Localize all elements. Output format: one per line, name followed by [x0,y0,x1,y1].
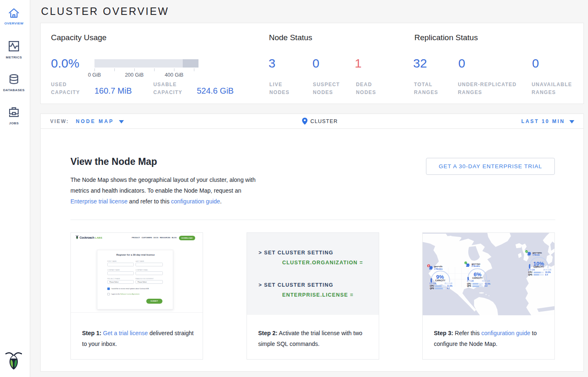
svg-text:CPU: CPU [528,271,533,273]
svg-text:CPU: CPU [430,285,434,287]
svg-text:0.4: 0.4 [545,274,548,276]
svg-text:13.3%: 13.3% [545,271,551,273]
svg-text:35.1 GiB: 35.1 GiB [444,282,452,285]
svg-text:3.7 GiB: 3.7 GiB [467,280,474,282]
svg-text:CPU: CPU [467,283,472,285]
svg-text:CAPACITY: CAPACITY [435,280,445,282]
svg-text:1 Node: 1 Node [532,254,540,256]
svg-text:3.2 GiB: 3.2 GiB [429,282,436,285]
svg-text:QPS: QPS [430,288,434,290]
svg-text:4.7: 4.7 [447,288,450,290]
svg-text:11.0%: 11.0% [447,285,453,287]
svg-text:0.0: 0.0 [485,285,488,287]
svg-text:42.5%: 42.5% [485,283,491,285]
svg-text:3.6 GiB: 3.6 GiB [528,268,535,271]
svg-text:2 Nodes: 2 Nodes [434,268,443,270]
svg-text:9%: 9% [436,274,444,280]
svg-text:CAPACITY: CAPACITY [472,277,483,279]
svg-text:QPS: QPS [467,285,472,287]
svg-text:43.7 GiB: 43.7 GiB [482,280,490,282]
svg-text:2 Nodes: 2 Nodes [472,265,480,267]
svg-text:CAPACITY: CAPACITY [534,266,544,268]
svg-text:QPS: QPS [528,274,533,276]
svg-text:34.4 GiB: 34.4 GiB [543,268,552,271]
